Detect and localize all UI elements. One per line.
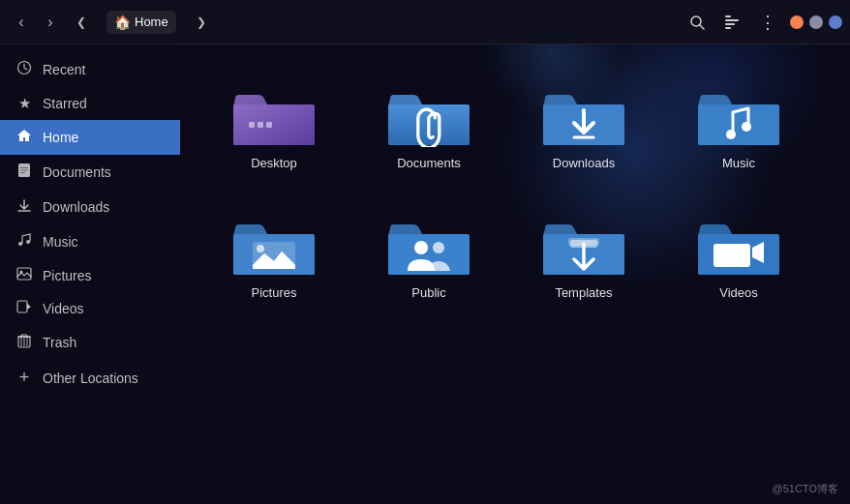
folder-name-pictures: Pictures bbox=[252, 285, 297, 300]
sidebar-label-downloads: Downloads bbox=[43, 199, 109, 215]
sidebar-label-pictures: Pictures bbox=[43, 268, 92, 283]
search-icon bbox=[689, 15, 705, 30]
svg-rect-25 bbox=[258, 122, 263, 128]
folder-item-templates[interactable]: Templates bbox=[521, 197, 647, 308]
forward-button[interactable]: › bbox=[37, 9, 64, 36]
folder-item-public[interactable]: Public bbox=[366, 197, 492, 308]
watermark: @51CTO博客 bbox=[773, 482, 838, 496]
sidebar: Recent ★ Starred Home bbox=[0, 44, 180, 504]
folder-item-desktop[interactable]: Desktop bbox=[211, 68, 337, 178]
sidebar-item-home[interactable]: Home bbox=[0, 120, 180, 155]
music-folder-icon bbox=[695, 75, 782, 148]
sidebar-item-videos[interactable]: Videos bbox=[0, 292, 180, 325]
svg-point-32 bbox=[726, 130, 736, 139]
folder-item-pictures[interactable]: Pictures bbox=[211, 197, 337, 308]
sidebar-label-videos: Videos bbox=[43, 301, 84, 316]
prev-nav-button[interactable]: ❮ bbox=[68, 9, 95, 36]
sidebar-label-home: Home bbox=[43, 130, 78, 145]
folder-item-videos[interactable]: Videos bbox=[676, 197, 802, 308]
breadcrumb: 🏠 Home bbox=[106, 11, 176, 34]
view-options-button[interactable] bbox=[716, 7, 747, 38]
svg-rect-43 bbox=[570, 240, 597, 248]
svg-line-1 bbox=[700, 25, 704, 29]
window-controls bbox=[790, 15, 842, 29]
toolbar: ‹ › ❮ 🏠 Home ❯ bbox=[0, 0, 850, 44]
svg-rect-8 bbox=[20, 167, 28, 168]
svg-rect-5 bbox=[725, 27, 731, 29]
toolbar-nav: ‹ › bbox=[8, 9, 64, 36]
sidebar-item-downloads[interactable]: Downloads bbox=[0, 190, 180, 224]
sidebar-label-recent: Recent bbox=[43, 62, 85, 77]
svg-point-33 bbox=[742, 122, 751, 132]
more-icon: ⋮ bbox=[759, 12, 775, 33]
trash-sidebar-icon bbox=[15, 333, 33, 352]
svg-point-36 bbox=[257, 245, 264, 252]
svg-rect-45 bbox=[713, 244, 750, 267]
other-locations-icon: + bbox=[15, 368, 33, 388]
svg-rect-9 bbox=[20, 170, 28, 171]
close-button[interactable] bbox=[790, 15, 804, 29]
maximize-button[interactable] bbox=[829, 15, 842, 29]
sidebar-label-music: Music bbox=[43, 234, 78, 250]
sidebar-label-documents: Documents bbox=[43, 164, 111, 180]
svg-rect-26 bbox=[266, 122, 272, 128]
documents-folder-icon bbox=[385, 75, 472, 148]
downloads-sidebar-icon bbox=[15, 197, 33, 217]
downloads-folder-icon bbox=[540, 75, 627, 148]
documents-sidebar-icon bbox=[15, 163, 33, 182]
svg-rect-3 bbox=[725, 19, 739, 21]
folder-name-documents: Documents bbox=[397, 156, 461, 170]
sidebar-item-music[interactable]: Music bbox=[0, 224, 180, 259]
videos-folder-icon bbox=[695, 205, 782, 278]
main-layout: Recent ★ Starred Home bbox=[0, 44, 850, 504]
minimize-button[interactable] bbox=[809, 15, 823, 29]
videos-sidebar-icon bbox=[15, 300, 33, 317]
svg-marker-17 bbox=[27, 304, 31, 310]
recent-icon bbox=[15, 60, 33, 79]
sidebar-item-pictures[interactable]: Pictures bbox=[0, 259, 180, 292]
svg-point-12 bbox=[18, 242, 22, 246]
folder-item-downloads[interactable]: Downloads bbox=[521, 68, 647, 178]
pictures-folder-icon bbox=[230, 205, 318, 278]
svg-rect-2 bbox=[725, 15, 731, 17]
music-sidebar-icon bbox=[15, 232, 33, 252]
folder-item-music[interactable]: Music bbox=[676, 68, 802, 178]
app-container: ‹ › ❮ 🏠 Home ❯ bbox=[0, 0, 850, 504]
folder-name-templates: Templates bbox=[555, 285, 612, 300]
sidebar-item-other-locations[interactable]: + Other Locations bbox=[0, 360, 180, 396]
svg-point-39 bbox=[414, 241, 428, 254]
svg-rect-16 bbox=[17, 301, 27, 312]
sidebar-label-other-locations: Other Locations bbox=[43, 371, 138, 386]
breadcrumb-label: Home bbox=[135, 15, 168, 29]
folder-item-documents[interactable]: Documents bbox=[366, 68, 492, 178]
desktop-folder-icon bbox=[230, 75, 318, 148]
next-nav-button[interactable]: ❯ bbox=[188, 9, 215, 36]
svg-rect-4 bbox=[725, 23, 735, 25]
sidebar-item-documents[interactable]: Documents bbox=[0, 155, 180, 190]
folder-grid: Desktop Documents bbox=[211, 68, 819, 308]
sidebar-label-trash: Trash bbox=[43, 335, 76, 350]
svg-point-13 bbox=[26, 240, 30, 244]
toolbar-actions: ⋮ bbox=[682, 7, 782, 38]
folder-name-downloads: Downloads bbox=[553, 156, 615, 170]
svg-rect-23 bbox=[233, 104, 315, 145]
folder-name-desktop: Desktop bbox=[251, 156, 297, 170]
public-folder-icon bbox=[385, 205, 472, 278]
sidebar-item-starred[interactable]: ★ Starred bbox=[0, 87, 180, 120]
star-icon: ★ bbox=[15, 95, 33, 112]
search-button[interactable] bbox=[682, 7, 713, 38]
svg-rect-14 bbox=[17, 268, 31, 280]
back-button[interactable]: ‹ bbox=[8, 9, 35, 36]
svg-rect-10 bbox=[20, 172, 25, 173]
home-sidebar-icon bbox=[15, 128, 33, 147]
templates-folder-icon bbox=[540, 205, 627, 278]
sidebar-item-recent[interactable]: Recent bbox=[0, 52, 180, 87]
folder-name-public: Public bbox=[411, 285, 445, 300]
folder-name-music: Music bbox=[722, 156, 755, 170]
home-icon: 🏠 bbox=[114, 15, 131, 30]
pictures-sidebar-icon bbox=[15, 267, 33, 284]
sidebar-label-starred: Starred bbox=[43, 96, 87, 111]
more-options-button[interactable]: ⋮ bbox=[751, 7, 782, 38]
svg-rect-24 bbox=[249, 122, 255, 128]
sidebar-item-trash[interactable]: Trash bbox=[0, 325, 180, 360]
